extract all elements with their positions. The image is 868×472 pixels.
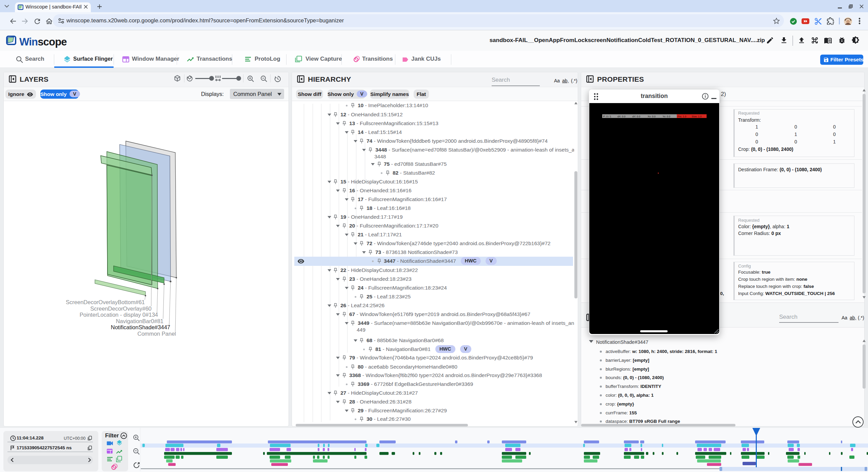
svg-text:PointerLocation - display 0#13: PointerLocation - display 0#134	[80, 312, 158, 318]
svg-text:Common Panel: Common Panel	[137, 331, 176, 337]
svg-text:ScreenDecorOverlay#60: ScreenDecorOverlay#60	[90, 306, 152, 312]
svg-text:ScreenDecorOverlayBottom#61: ScreenDecorOverlayBottom#61	[66, 299, 145, 305]
svg-text:NavigationBar0#81: NavigationBar0#81	[116, 318, 163, 324]
svg-text:NotificationShade#3447: NotificationShade#3447	[111, 324, 170, 330]
